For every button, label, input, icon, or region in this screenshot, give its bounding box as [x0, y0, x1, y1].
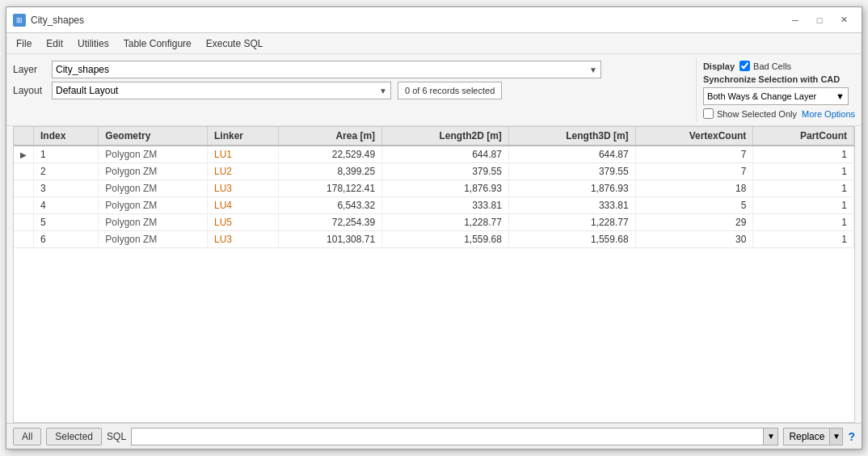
layer-label: Layer	[13, 64, 45, 75]
col-length2d[interactable]: Length2D [m]	[382, 127, 509, 146]
layer-value: City_shapes	[56, 64, 109, 75]
table-row[interactable]: 6 Polygon ZM LU3 101,308.71 1,559.68 1,5…	[14, 231, 854, 248]
cell-vertex: 7	[635, 146, 753, 163]
sync-arrow-icon: ▼	[836, 91, 845, 101]
cell-length2d: 644.87	[382, 146, 509, 163]
main-window: ⊞ City_shapes ─ □ ✕ File Edit Utilities …	[6, 6, 862, 450]
cell-vertex: 7	[635, 163, 753, 180]
bad-cells-row: Bad Cells	[739, 61, 791, 71]
table-row[interactable]: 3 Polygon ZM LU3 178,122.41 1,876.93 1,8…	[14, 180, 854, 197]
sql-label: SQL	[107, 431, 126, 442]
layout-label: Layout	[13, 85, 45, 96]
records-count: 0 of 6 records selected	[405, 86, 495, 95]
layer-select[interactable]: City_shapes ▼	[52, 61, 601, 78]
row-arrow: ▶	[14, 146, 34, 163]
cell-linker: LU3	[207, 180, 278, 197]
menu-file[interactable]: File	[10, 36, 38, 52]
sql-input-wrap: ▼	[131, 428, 778, 445]
cell-length2d: 333.81	[382, 197, 509, 214]
minimize-button[interactable]: ─	[784, 11, 807, 29]
cell-area: 6,543.32	[279, 197, 382, 214]
col-vertexcount[interactable]: VertexCount	[635, 127, 753, 146]
cell-part: 1	[753, 180, 854, 197]
col-partcount[interactable]: PartCount	[753, 127, 854, 146]
cell-area: 72,254.39	[279, 214, 382, 231]
layout-arrow-icon: ▼	[379, 87, 387, 95]
layout-row: Layout Default Layout ▼ 0 of 6 records s…	[13, 82, 689, 99]
cell-part: 1	[753, 214, 854, 231]
cell-index: 6	[34, 231, 99, 248]
sql-dropdown-icon[interactable]: ▼	[763, 429, 777, 445]
data-table: Index Geometry Linker Area [m] Length2D …	[14, 127, 854, 248]
cell-vertex: 5	[635, 197, 753, 214]
data-table-container: Index Geometry Linker Area [m] Length2D …	[13, 126, 855, 423]
sync-label: Synchronize Selection with CAD	[703, 74, 840, 84]
layout-value: Default Layout	[56, 85, 118, 96]
cell-index: 1	[34, 146, 99, 163]
cell-vertex: 30	[635, 231, 753, 248]
bad-cells-checkbox[interactable]	[739, 61, 750, 71]
maximize-button[interactable]: □	[808, 11, 831, 29]
row-arrow	[14, 180, 34, 197]
window-title: City_shapes	[31, 15, 84, 26]
show-selected-checkbox-row: Show Selected Only	[703, 108, 797, 119]
status-bar: All Selected SQL ▼ Replace ▼ ?	[6, 423, 862, 449]
cell-length2d: 379.55	[382, 163, 509, 180]
all-button[interactable]: All	[13, 428, 41, 445]
menu-execute-sql[interactable]: Execute SQL	[200, 36, 270, 52]
col-geometry[interactable]: Geometry	[99, 127, 208, 146]
cell-index: 5	[34, 214, 99, 231]
sync-row: Synchronize Selection with CAD	[703, 74, 840, 84]
show-selected-row: Show Selected Only More Options	[703, 108, 855, 119]
cell-vertex: 29	[635, 214, 753, 231]
table-row[interactable]: 4 Polygon ZM LU4 6,543.32 333.81 333.81 …	[14, 197, 854, 214]
sync-select-row: Both Ways & Change Layer ▼	[703, 87, 849, 105]
title-bar: ⊞ City_shapes ─ □ ✕	[6, 7, 862, 33]
cell-length3d: 1,876.93	[508, 180, 635, 197]
col-index[interactable]: Index	[34, 127, 99, 146]
cell-part: 1	[753, 231, 854, 248]
display-row: Display Bad Cells	[703, 61, 791, 71]
table-row[interactable]: ▶ 1 Polygon ZM LU1 22,529.49 644.87 644.…	[14, 146, 854, 163]
sync-select[interactable]: Both Ways & Change Layer ▼	[703, 87, 849, 105]
cell-length3d: 644.87	[508, 146, 635, 163]
cell-geometry: Polygon ZM	[99, 163, 208, 180]
window-controls: ─ □ ✕	[784, 11, 855, 29]
cell-part: 1	[753, 197, 854, 214]
replace-label: Replace	[784, 431, 829, 442]
col-area[interactable]: Area [m]	[279, 127, 382, 146]
cell-index: 4	[34, 197, 99, 214]
replace-button[interactable]: Replace ▼	[783, 428, 843, 445]
row-arrow	[14, 163, 34, 180]
table-row[interactable]: 2 Polygon ZM LU2 8,399.25 379.55 379.55 …	[14, 163, 854, 180]
close-button[interactable]: ✕	[832, 11, 855, 29]
cell-area: 8,399.25	[279, 163, 382, 180]
cell-length2d: 1,876.93	[382, 180, 509, 197]
menu-table-configure[interactable]: Table Configure	[117, 36, 198, 52]
menu-utilities[interactable]: Utilities	[71, 36, 116, 52]
cell-length3d: 1,559.68	[508, 231, 635, 248]
layer-arrow-icon: ▼	[589, 65, 597, 74]
cell-linker: LU3	[207, 231, 278, 248]
menu-edit[interactable]: Edit	[40, 36, 70, 52]
display-label: Display	[703, 61, 735, 71]
cell-area: 22,529.49	[279, 146, 382, 163]
more-options-link[interactable]: More Options	[802, 109, 855, 119]
layout-select[interactable]: Default Layout ▼	[52, 82, 391, 99]
window-icon: ⊞	[13, 14, 26, 27]
replace-arrow-icon[interactable]: ▼	[829, 429, 842, 445]
col-linker[interactable]: Linker	[207, 127, 278, 146]
table-row[interactable]: 5 Polygon ZM LU5 72,254.39 1,228.77 1,22…	[14, 214, 854, 231]
help-button[interactable]: ?	[848, 430, 855, 443]
col-length3d[interactable]: Length3D [m]	[508, 127, 635, 146]
cell-length2d: 1,559.68	[382, 231, 509, 248]
layer-row: Layer City_shapes ▼	[13, 61, 689, 78]
show-selected-checkbox[interactable]	[703, 108, 714, 119]
cell-index: 2	[34, 163, 99, 180]
cell-linker: LU4	[207, 197, 278, 214]
sql-input[interactable]	[132, 429, 763, 445]
selected-button[interactable]: Selected	[46, 428, 102, 445]
cell-vertex: 18	[635, 180, 753, 197]
cell-geometry: Polygon ZM	[99, 214, 208, 231]
cell-length3d: 333.81	[508, 197, 635, 214]
